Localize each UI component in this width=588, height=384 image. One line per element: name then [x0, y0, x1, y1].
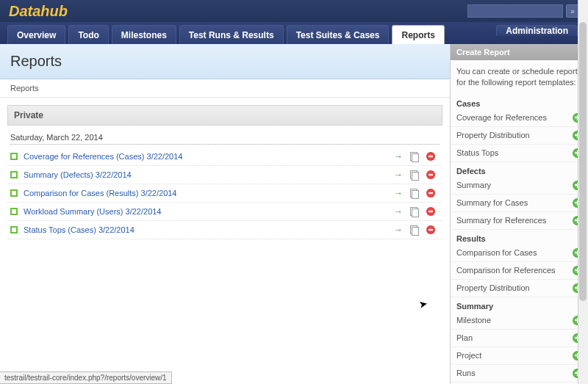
- navbar: Overview Todo Milestones Test Runs & Res…: [0, 22, 588, 44]
- scrollbar-thumb[interactable]: [579, 22, 587, 301]
- sidebar-item-label: Milestone: [456, 316, 491, 325]
- sidebar-item-label: Status Tops: [456, 148, 498, 157]
- row-actions: →: [394, 206, 440, 217]
- row-actions: →: [394, 188, 440, 198]
- search-icon: »: [570, 7, 575, 15]
- sidebar-item[interactable]: Milestone: [451, 312, 588, 330]
- sidebar-item-label: Summary for References: [456, 216, 546, 225]
- sidebar-item[interactable]: Status Tops: [451, 145, 588, 162]
- section-private: Private: [7, 105, 442, 126]
- report-status-icon: [10, 171, 18, 178]
- brand-logo: Datahub: [9, 3, 68, 20]
- topbar: Datahub »: [0, 0, 588, 22]
- tab-overview[interactable]: Overview: [7, 25, 65, 44]
- open-icon[interactable]: →: [394, 170, 403, 180]
- sidebar-item[interactable]: Coverage for References: [451, 109, 588, 127]
- sidebar-item[interactable]: Summary: [451, 177, 588, 195]
- sidebar-group-title: Cases: [451, 95, 588, 109]
- row-actions: →: [394, 151, 440, 162]
- open-icon[interactable]: →: [394, 225, 403, 235]
- sidebar-group-title: Summary: [451, 297, 588, 312]
- report-status-icon: [10, 226, 18, 233]
- main-panel: Reports Reports Private Saturday, March …: [0, 44, 450, 384]
- copy-icon[interactable]: [410, 207, 419, 216]
- sidebar-item[interactable]: Project: [451, 347, 588, 365]
- search-input[interactable]: [467, 4, 563, 18]
- delete-icon[interactable]: [426, 170, 435, 179]
- sidebar-item-label: Property Distribution: [456, 283, 530, 292]
- sidebar-item-label: Project: [456, 351, 481, 360]
- breadcrumb: Reports: [0, 79, 450, 98]
- tab-todo[interactable]: Todo: [68, 25, 108, 44]
- report-row: Summary (Defects) 3/22/2014→: [7, 166, 442, 184]
- page-title: Reports: [0, 44, 450, 79]
- report-row: Coverage for References (Cases) 3/22/201…: [7, 148, 442, 166]
- copy-icon[interactable]: [410, 189, 419, 198]
- sidebar: Create Report You can create or schedule…: [450, 44, 588, 384]
- report-link[interactable]: Comparison for Cases (Results) 3/22/2014: [24, 189, 394, 198]
- tab-test-suites[interactable]: Test Suites & Cases: [287, 25, 390, 44]
- report-link[interactable]: Coverage for References (Cases) 3/22/201…: [24, 152, 394, 161]
- scrollbar[interactable]: [578, 0, 588, 384]
- sidebar-item-label: Comparison for Cases: [456, 248, 537, 257]
- sidebar-item[interactable]: Comparison for References: [451, 262, 588, 280]
- tab-reports[interactable]: Reports: [392, 25, 444, 44]
- copy-icon[interactable]: [410, 170, 419, 179]
- sidebar-item-label: Property Distribution: [456, 131, 530, 140]
- copy-icon[interactable]: [410, 152, 419, 161]
- report-link[interactable]: Workload Summary (Users) 3/22/2014: [24, 207, 394, 216]
- row-actions: →: [394, 225, 440, 235]
- sidebar-item[interactable]: Runs: [451, 365, 588, 383]
- delete-icon[interactable]: [426, 225, 435, 234]
- sidebar-item[interactable]: Summary for Cases: [451, 195, 588, 212]
- row-actions: →: [394, 170, 440, 180]
- statusbar: testrail/testrail-core/index.php?/report…: [0, 372, 172, 384]
- sidebar-group-title: Defects: [451, 162, 588, 177]
- sidebar-item-label: Comparison for References: [456, 266, 556, 275]
- report-link[interactable]: Summary (Defects) 3/22/2014: [24, 170, 394, 179]
- sidebar-item[interactable]: Plan: [451, 330, 588, 347]
- copy-icon[interactable]: [410, 225, 419, 234]
- sidebar-item-label: Summary for Cases: [456, 198, 528, 207]
- date-heading: Saturday, March 22, 2014: [10, 133, 440, 145]
- report-link[interactable]: Status Tops (Cases) 3/22/2014: [24, 225, 394, 234]
- sidebar-item[interactable]: Comparison for Cases: [451, 244, 588, 262]
- report-status-icon: [10, 153, 18, 160]
- report-row: Workload Summary (Users) 3/22/2014→: [7, 203, 442, 221]
- report-row: Status Tops (Cases) 3/22/2014→: [7, 221, 442, 239]
- delete-icon[interactable]: [426, 189, 435, 198]
- content: Reports Reports Private Saturday, March …: [0, 44, 588, 384]
- sidebar-group-title: Results: [451, 230, 588, 244]
- delete-icon[interactable]: [426, 152, 435, 161]
- open-icon[interactable]: →: [394, 188, 403, 198]
- open-icon[interactable]: →: [394, 206, 403, 217]
- report-row: Comparison for Cases (Results) 3/22/2014…: [7, 184, 442, 203]
- open-icon[interactable]: →: [394, 151, 403, 162]
- sidebar-item[interactable]: Summary for References: [451, 212, 588, 230]
- sidebar-item[interactable]: Property Distribution: [451, 280, 588, 297]
- sidebar-heading: Create Report: [451, 44, 588, 60]
- search: »: [467, 4, 579, 18]
- sidebar-item-label: Runs: [456, 369, 476, 377]
- tab-milestones[interactable]: Milestones: [112, 25, 176, 44]
- report-list: Coverage for References (Cases) 3/22/201…: [7, 148, 442, 239]
- sidebar-item[interactable]: Property Distribution: [451, 127, 588, 145]
- report-status-icon: [10, 189, 18, 197]
- sidebar-intro: You can create or schedule reports for t…: [451, 60, 588, 95]
- sidebar-item-label: Plan: [456, 333, 473, 342]
- delete-icon[interactable]: [426, 207, 435, 216]
- sidebar-item-label: Summary: [456, 181, 491, 189]
- report-status-icon: [10, 208, 18, 215]
- sidebar-item-label: Coverage for References: [456, 113, 547, 122]
- tab-test-runs[interactable]: Test Runs & Results: [179, 25, 284, 44]
- tab-administration[interactable]: Administration: [496, 25, 578, 36]
